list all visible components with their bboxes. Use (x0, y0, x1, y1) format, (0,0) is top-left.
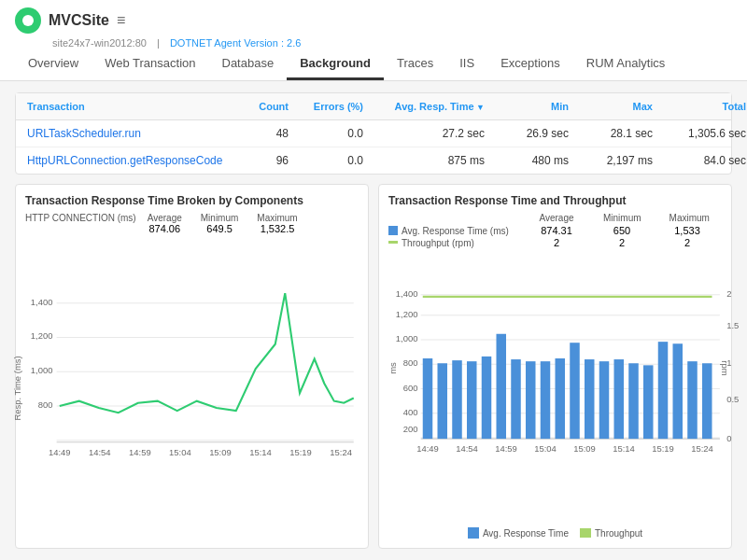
right-min-header: Minimum (603, 213, 641, 223)
svg-rect-47 (526, 361, 536, 439)
svg-text:400: 400 (403, 407, 418, 417)
left-max-val: 1,532.5 (257, 223, 297, 234)
left-chart-title: Transaction Response Time Broken by Comp… (25, 194, 359, 207)
right-series2-label: Throughput (rpm) (388, 238, 510, 248)
tab-overview[interactable]: Overview (15, 49, 92, 80)
td-avg-resp-2: 875 ms (363, 154, 485, 167)
svg-rect-42 (452, 360, 462, 439)
tab-web-transaction[interactable]: Web Transaction (92, 49, 208, 80)
svg-text:rpm: rpm (720, 360, 730, 375)
left-chart-panel: Transaction Response Time Broken by Comp… (15, 184, 369, 549)
tab-database[interactable]: Database (209, 49, 288, 80)
right-chart-panel: Transaction Response Time and Throughput… (378, 184, 732, 549)
th-min: Min (485, 101, 569, 112)
right-s2-max: 2 (669, 237, 706, 248)
left-avg-val: 874.06 (148, 223, 182, 234)
site-logo (15, 7, 41, 34)
tab-background[interactable]: Background (287, 49, 384, 80)
svg-rect-51 (585, 359, 595, 439)
tab-iis[interactable]: IIS (446, 49, 487, 80)
th-avg-resp[interactable]: Avg. Resp. Time (363, 101, 485, 112)
left-chart-svg: Resp. Time (ms) 1,400 1,200 1,000 800 (25, 238, 359, 539)
bar (423, 358, 433, 439)
svg-rect-48 (541, 361, 551, 439)
tab-rum-analytics[interactable]: RUM Analytics (573, 49, 679, 80)
svg-text:Resp. Time (ms): Resp. Time (ms) (12, 356, 22, 420)
left-min-val: 649.5 (201, 223, 239, 234)
svg-text:15:19: 15:19 (289, 447, 312, 457)
svg-rect-49 (556, 358, 566, 439)
svg-text:15:19: 15:19 (652, 443, 674, 454)
dot-version: DOTNET Agent Version : 2.6 (170, 37, 301, 49)
right-chart-body: 1,400 1,200 1,000 800 600 400 200 2 1.5 … (388, 252, 722, 524)
th-errors: Errors (%) (289, 101, 363, 112)
svg-text:14:54: 14:54 (89, 447, 111, 457)
svg-rect-56 (658, 342, 669, 439)
th-count: Count (233, 101, 289, 112)
svg-text:14:59: 14:59 (495, 443, 517, 454)
td-errors-2: 0.0 (289, 154, 363, 167)
svg-text:1,200: 1,200 (396, 309, 418, 319)
td-count-2: 96 (233, 154, 289, 167)
svg-text:2: 2 (726, 288, 731, 299)
svg-text:15:14: 15:14 (249, 447, 272, 457)
svg-text:1,400: 1,400 (396, 288, 418, 299)
td-avg-resp-1: 27.2 sec (363, 127, 485, 140)
td-max-2: 2,197 ms (569, 154, 653, 167)
svg-text:15:24: 15:24 (691, 443, 713, 454)
td-max-1: 28.1 sec (569, 127, 653, 140)
left-series-label: HTTP CONNECTION (ms) (25, 213, 136, 223)
site-name: MVCSite (49, 12, 109, 29)
right-chart-svg: 1,400 1,200 1,000 800 600 400 200 2 1.5 … (388, 252, 722, 524)
hamburger-icon[interactable]: ≡ (117, 12, 125, 29)
svg-rect-52 (599, 361, 610, 439)
svg-text:14:54: 14:54 (456, 443, 478, 454)
legend-avg-resp: Avg. Response Time (483, 528, 569, 539)
svg-text:15:04: 15:04 (169, 447, 191, 457)
left-line (60, 293, 354, 413)
left-max-label: Maximum (257, 213, 297, 223)
left-avg-label: Average (148, 213, 182, 223)
svg-text:15:04: 15:04 (534, 443, 557, 454)
right-s1-min: 650 (603, 225, 641, 236)
svg-rect-58 (687, 361, 698, 439)
td-total-2: 84.0 sec (653, 154, 746, 167)
transactions-table: Transaction Count Errors (%) Avg. Resp. … (15, 92, 732, 175)
td-transaction-2[interactable]: HttpURLConnection.getResponseCode (27, 154, 233, 167)
svg-text:1,000: 1,000 (31, 365, 53, 375)
svg-text:1.5: 1.5 (726, 321, 739, 331)
svg-text:600: 600 (403, 383, 418, 393)
header: MVCSite ≡ site24x7-win2012:80 | DOTNET A… (0, 0, 747, 81)
tab-traces[interactable]: Traces (384, 49, 446, 80)
svg-text:0.5: 0.5 (726, 394, 739, 404)
td-min-2: 480 ms (485, 154, 569, 167)
svg-rect-41 (438, 363, 448, 439)
svg-text:200: 200 (403, 424, 418, 434)
table-row: HttpURLConnection.getResponseCode 96 0.0… (16, 147, 731, 174)
svg-text:1,200: 1,200 (31, 331, 53, 342)
svg-text:14:49: 14:49 (416, 443, 439, 454)
svg-text:1,000: 1,000 (396, 333, 418, 343)
right-s2-min: 2 (603, 237, 641, 248)
th-transaction: Transaction (27, 101, 233, 112)
td-transaction-1[interactable]: URLTaskScheduler.run (27, 127, 233, 140)
nav-tabs: Overview Web Transaction Database Backgr… (15, 49, 732, 80)
tab-exceptions[interactable]: Exceptions (487, 49, 573, 80)
svg-text:14:59: 14:59 (129, 447, 151, 457)
table-row: URLTaskScheduler.run 48 0.0 27.2 sec 26.… (16, 120, 731, 147)
site-meta: site24x7-win2012:80 | DOTNET Agent Versi… (49, 37, 732, 49)
right-max-header: Maximum (669, 213, 710, 223)
svg-rect-53 (614, 359, 625, 439)
charts-row: Transaction Response Time Broken by Comp… (15, 184, 732, 549)
right-s1-max: 1,533 (669, 225, 706, 236)
svg-rect-45 (497, 334, 507, 439)
svg-text:800: 800 (403, 357, 418, 368)
svg-text:800: 800 (38, 399, 53, 410)
left-min-label: Minimum (201, 213, 239, 223)
svg-rect-59 (702, 363, 712, 439)
svg-text:14:49: 14:49 (49, 447, 71, 457)
right-chart-legend: Avg. Response Time Throughput (388, 527, 722, 539)
left-chart-body: Resp. Time (ms) 1,400 1,200 1,000 800 (25, 238, 359, 539)
right-avg-header: Average (538, 213, 575, 223)
right-chart-title: Transaction Response Time and Throughput (388, 194, 722, 207)
